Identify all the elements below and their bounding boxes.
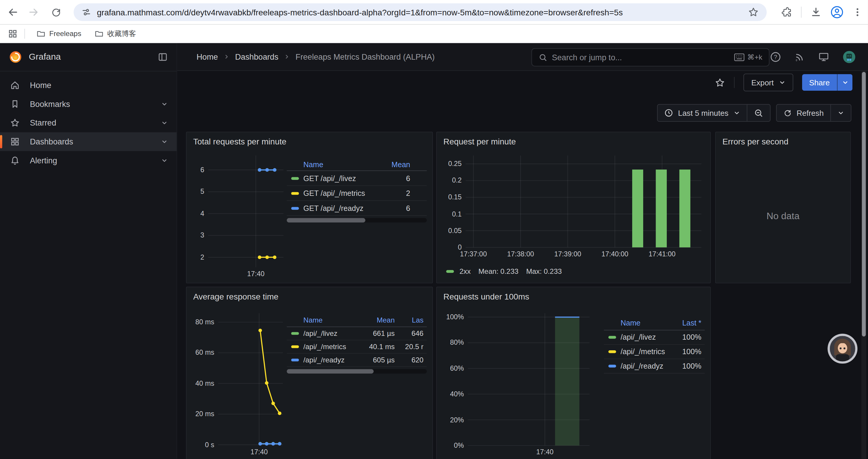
legend-table-row[interactable]: /api/_/readyz605 µs620 (287, 354, 427, 367)
timeseries-chart[interactable]: 2345617:40 (193, 156, 283, 279)
panel-title[interactable]: Requests under 100ms (443, 292, 529, 301)
share-menu-button[interactable] (837, 74, 852, 91)
avatar-girl-icon (827, 333, 858, 364)
share-button-group: Share (802, 74, 852, 91)
monitor-icon[interactable] (818, 51, 829, 62)
rss-icon[interactable] (795, 52, 805, 62)
brand-label: Grafana (29, 52, 158, 62)
extensions-icon[interactable] (781, 6, 792, 18)
legend[interactable]: 2xx Mean: 0.233 Max: 0.233 (446, 267, 562, 275)
series-name[interactable]: /api/_/livez (620, 333, 666, 341)
favorite-star-button[interactable] (715, 77, 725, 88)
legend-table-row[interactable]: GET /api/_/livez6 (287, 171, 427, 186)
menu-icon[interactable] (852, 7, 862, 17)
reload-button[interactable] (46, 3, 65, 22)
y-axis-tick: 6 (193, 165, 204, 174)
sidebar-item-home[interactable]: Home (0, 76, 177, 95)
y-axis-tick: 20% (443, 415, 464, 424)
profile-icon[interactable] (831, 6, 844, 19)
home-icon (10, 80, 20, 90)
search-placeholder: Search or jump to... (552, 53, 730, 62)
bookmark-folder[interactable]: 收藏博客 (90, 26, 141, 41)
divider (801, 6, 802, 18)
legend-scrollbar[interactable] (287, 218, 427, 222)
series-name[interactable]: GET /api/_/readyz (303, 204, 384, 212)
legend-scrollbar[interactable] (287, 369, 427, 374)
series-name[interactable]: GET /api/_/livez (303, 174, 384, 182)
site-settings-icon[interactable] (81, 7, 91, 17)
series-color-pill (291, 207, 299, 209)
legend-table-row[interactable]: GET /api/_/readyz6 (287, 201, 427, 216)
grafana-logo[interactable] (9, 51, 22, 64)
column-header[interactable]: Mean (361, 316, 395, 324)
forward-button[interactable] (24, 3, 43, 22)
y-axis-tick: 80 ms (193, 318, 214, 327)
user-avatar[interactable] (843, 50, 856, 64)
no-data-label: No data (716, 211, 850, 222)
search-input[interactable]: Search or jump to... ⌘+k (531, 48, 770, 66)
sidebar-item-bookmarks[interactable]: Bookmarks (0, 95, 177, 113)
bar-chart[interactable]: 0%20%40%60%80%100%17:40 (443, 314, 590, 459)
time-range-picker[interactable]: Last 5 minutes (658, 104, 747, 121)
zoom-out-button[interactable] (747, 104, 770, 121)
downloads-icon[interactable] (810, 6, 821, 18)
panel-title[interactable]: Request per minute (443, 137, 516, 146)
series-name[interactable]: /api/_/metrics (303, 342, 356, 351)
bookmark-folder[interactable]: Freeleaps (32, 27, 86, 40)
bell-icon (10, 156, 20, 166)
sidebar-item-alerting[interactable]: Alerting (0, 151, 177, 170)
share-button[interactable]: Share (802, 74, 837, 91)
bookmark-star-icon[interactable] (748, 6, 759, 18)
series-name[interactable]: /api/_/metrics (620, 348, 666, 356)
search-icon (538, 53, 548, 62)
chevron-down-icon (779, 79, 785, 86)
series-name[interactable]: GET /api/_/metrics (303, 189, 384, 197)
legend-scrollbar-thumb[interactable] (287, 369, 374, 374)
y-axis-tick: 0.15 (443, 193, 462, 202)
sidebar-item-starred[interactable]: Starred (0, 113, 177, 132)
legend-table-row[interactable]: /api/_/readyz100% (604, 359, 705, 374)
bar-chart[interactable]: 00.050.10.150.20.2517:37:0017:38:0017:39… (443, 156, 701, 261)
panel-title[interactable]: Average response time (193, 292, 279, 301)
column-header[interactable]: Las (399, 316, 423, 324)
series-name[interactable]: /api/_/livez (303, 329, 356, 338)
timeseries-chart[interactable]: 0 s20 ms40 ms60 ms80 ms17:40 (193, 314, 283, 459)
help-icon[interactable]: ? (770, 51, 781, 62)
series-name[interactable]: /api/_/readyz (303, 356, 356, 364)
refresh-button[interactable]: Refresh (777, 104, 831, 121)
panel-title[interactable]: Total requests per minute (193, 137, 286, 146)
floating-avatar[interactable] (827, 333, 858, 364)
column-header[interactable]: Last * (670, 319, 701, 327)
column-header-name[interactable]: Name (620, 319, 666, 327)
column-header-name[interactable]: Name (303, 316, 356, 324)
refresh-interval-button[interactable] (831, 104, 851, 121)
breadcrumb-item[interactable]: Dashboards (235, 52, 278, 61)
export-button[interactable]: Export (744, 73, 793, 91)
legend-table-row[interactable]: GET /api/_/metrics2 (287, 186, 427, 201)
back-button[interactable] (3, 3, 22, 22)
url-bar[interactable]: grafana.mathmast.com/d/deytv4rwavabkb/fr… (73, 3, 767, 21)
column-header-name[interactable]: Name (303, 160, 384, 168)
x-axis-tick: 17:41:00 (643, 250, 681, 258)
series-name[interactable]: /api/_/readyz (620, 362, 666, 370)
url-text[interactable]: grafana.mathmast.com/d/deytv4rwavabkb/fr… (97, 7, 748, 17)
legend-table-row[interactable]: /api/_/metrics100% (604, 345, 705, 359)
active-indicator (0, 135, 2, 148)
apps-grid-icon[interactable] (8, 28, 18, 38)
star-icon (10, 118, 20, 128)
x-axis-tick: 17:40:00 (596, 250, 634, 258)
breadcrumb-item[interactable]: Home (196, 52, 218, 61)
panel-title[interactable]: Errors per second (722, 137, 788, 146)
series-color-pill (291, 192, 299, 194)
page-scrollbar[interactable] (861, 71, 866, 459)
series-value: 620 (399, 356, 423, 364)
sidebar-item-dashboards[interactable]: Dashboards (0, 132, 177, 151)
scrollbar-thumb[interactable] (862, 72, 866, 337)
column-header[interactable]: Mean (388, 160, 410, 168)
collapse-sidebar-icon[interactable] (158, 52, 168, 62)
legend-scrollbar-thumb[interactable] (287, 218, 365, 222)
legend-table-row[interactable]: /api/_/livez661 µs646 (287, 327, 427, 340)
y-axis-tick: 0% (443, 441, 464, 450)
legend-table-row[interactable]: /api/_/metrics40.1 ms20.5 r (287, 340, 427, 354)
legend-table-row[interactable]: /api/_/livez100% (604, 330, 705, 345)
